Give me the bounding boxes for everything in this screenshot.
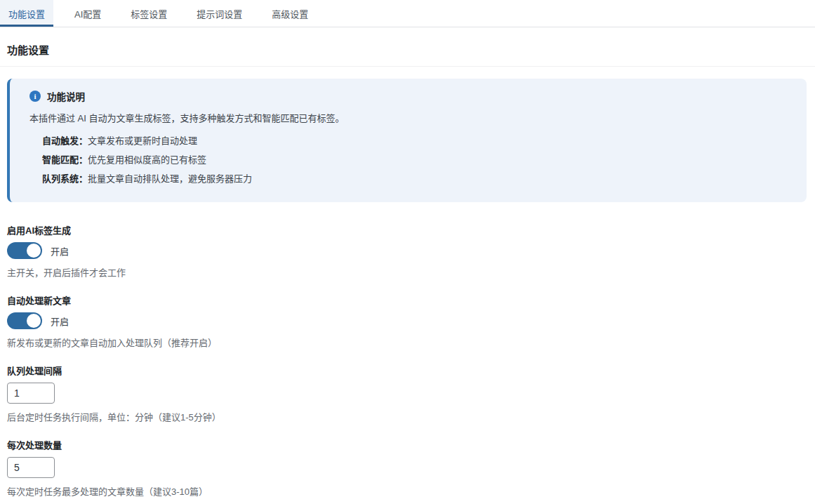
field-queue-interval: 队列处理间隔 后台定时任务执行间隔，单位：分钟（建议1-5分钟） xyxy=(7,364,808,423)
notice-title: 功能说明 xyxy=(47,89,85,103)
tab-function-settings[interactable]: 功能设置 xyxy=(0,0,53,27)
toggle-state-label: 开启 xyxy=(51,244,69,258)
notice-item-desc: 优先复用相似度高的已有标签 xyxy=(88,154,206,165)
queue-interval-input[interactable] xyxy=(7,383,55,404)
field-help: 后台定时任务执行间隔，单位：分钟（建议1-5分钟） xyxy=(7,410,808,423)
settings-form: 启用AI标签生成 开启 主开关，开启后插件才会工作 自动处理新文章 开启 新发布… xyxy=(0,223,815,504)
field-help: 每次定时任务最多处理的文章数量（建议3-10篇） xyxy=(7,484,808,498)
notice-item-queue-system: 队列系统：批量文章自动排队处理，避免服务器压力 xyxy=(42,171,790,187)
field-help: 新发布或更新的文章自动加入处理队列（推荐开启） xyxy=(7,336,808,349)
field-help: 主开关，开启后插件才会工作 xyxy=(7,265,808,279)
batch-size-input[interactable] xyxy=(7,457,55,478)
notice-item-term: 自动触发： xyxy=(42,135,88,146)
field-label: 启用AI标签生成 xyxy=(7,223,808,237)
toggle-knob xyxy=(27,244,41,258)
notice-intro: 本插件通过 AI 自动为文章生成标签，支持多种触发方式和智能匹配已有标签。 xyxy=(29,111,790,126)
notice-title-row: i 功能说明 xyxy=(29,89,790,103)
page-header: 功能设置 xyxy=(0,27,815,67)
info-icon: i xyxy=(29,91,41,102)
notice-item-auto-trigger: 自动触发：文章发布或更新时自动处理 xyxy=(42,133,790,150)
toggle-state-label: 开启 xyxy=(51,314,69,328)
field-batch-size: 每次处理数量 每次定时任务最多处理的文章数量（建议3-10篇） xyxy=(7,438,808,498)
field-label: 每次处理数量 xyxy=(7,438,808,451)
notice-item-term: 队列系统： xyxy=(42,173,88,184)
field-auto-process-posts: 自动处理新文章 开启 新发布或更新的文章自动加入处理队列（推荐开启） xyxy=(7,293,808,349)
settings-tabbar: 功能设置 AI配置 标签设置 提示词设置 高级设置 xyxy=(0,0,815,27)
toggle-row: 开启 xyxy=(7,242,808,259)
notice-item-smart-match: 智能匹配：优先复用相似度高的已有标签 xyxy=(42,152,790,168)
field-enable-ai-tags: 启用AI标签生成 开启 主开关，开启后插件才会工作 xyxy=(7,223,808,279)
toggle-knob xyxy=(27,314,41,328)
notice-item-desc: 文章发布或更新时自动处理 xyxy=(88,135,197,146)
field-label: 队列处理间隔 xyxy=(7,364,808,377)
tab-advanced-settings[interactable]: 高级设置 xyxy=(263,0,317,27)
notice-item-desc: 批量文章自动排队处理，避免服务器压力 xyxy=(88,173,252,184)
notice-item-term: 智能匹配： xyxy=(42,154,88,165)
tab-prompt-settings[interactable]: 提示词设置 xyxy=(188,0,251,27)
tab-tag-settings[interactable]: 标签设置 xyxy=(122,0,175,27)
field-label: 自动处理新文章 xyxy=(7,293,808,307)
tab-ai-config[interactable]: AI配置 xyxy=(66,0,110,27)
page-title: 功能设置 xyxy=(7,42,808,57)
feature-notice-box: i 功能说明 本插件通过 AI 自动为文章生成标签，支持多种触发方式和智能匹配已… xyxy=(7,79,807,202)
enable-ai-tags-toggle[interactable] xyxy=(7,242,42,259)
toggle-row: 开启 xyxy=(7,312,808,329)
auto-process-posts-toggle[interactable] xyxy=(7,312,42,329)
